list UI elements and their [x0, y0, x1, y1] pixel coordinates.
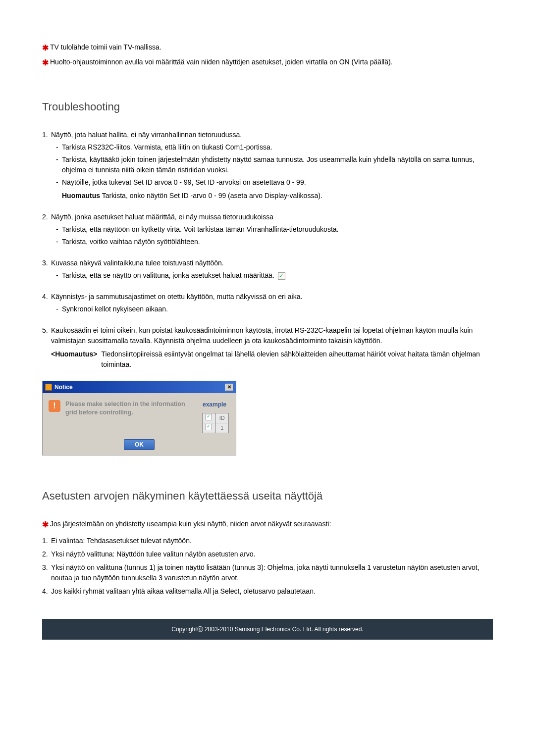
ok-button[interactable]: OK — [124, 439, 155, 450]
item-text: Ei valintaa: Tehdasasetukset tulevat näy… — [51, 537, 192, 545]
t-item-3: Kuvassa näkyvä valintaikkuna tulee toist… — [42, 258, 493, 281]
dialog-titlebar: Notice ✕ — [43, 381, 236, 393]
checkbox-icon — [206, 424, 212, 430]
sub-text: Tarkista, että se näyttö on valittuna, j… — [62, 271, 274, 279]
dialog-title: Notice — [54, 383, 73, 392]
close-icon[interactable]: ✕ — [225, 384, 233, 391]
note-item: ✱ Jos järjestelmään on yhdistetty useamp… — [42, 519, 493, 531]
dialog-body: ! Please make selection in the informati… — [43, 393, 236, 437]
dialog-message: Please make selection in the information… — [65, 400, 194, 417]
note-text: TV tulolähde toimii vain TV-mallissa. — [50, 42, 493, 54]
example-id-value: 1 — [215, 423, 229, 433]
sub-item: Tarkista, voitko vaihtaa näytön syöttölä… — [51, 237, 493, 247]
huom-text: Tiedonsiirtopiireissä esiintyvät ongelma… — [101, 349, 493, 370]
sub-item: Näytöille, jotka tukevat Set ID arvoa 0 … — [51, 177, 493, 188]
example-table: ID 1 — [202, 413, 229, 433]
star-icon: ✱ — [42, 519, 49, 531]
item-main: Kuvassa näkyvä valintaikkuna tulee toist… — [51, 259, 224, 267]
note-item: ✱ TV tulolähde toimii vain TV-mallissa. — [42, 42, 493, 54]
checkbox-icon — [206, 414, 212, 420]
footer-copyright: Copyrightⓒ 2003-2010 Samsung Electronics… — [42, 619, 493, 640]
t-item-2: Näyttö, jonka asetukset haluat määrittää… — [42, 212, 493, 247]
sub-item: Tarkista RS232C-liitos. Varmista, että l… — [51, 142, 493, 152]
dialog-app-icon — [45, 384, 52, 391]
troubleshooting-section: Troubleshooting Näyttö, jota haluat hall… — [42, 99, 493, 455]
sub-note: Huomautus Tarkista, onko näytön Set ID -… — [51, 191, 493, 201]
section-heading: Troubleshooting — [42, 99, 493, 115]
item-text: Yksi näyttö on valittuna (tunnus 1) ja t… — [51, 563, 480, 582]
alert-icon: ! — [49, 400, 60, 412]
huom-label: Huomautus — [62, 192, 100, 200]
sub-item: Tarkista, että näyttöön on kytketty virt… — [51, 224, 493, 235]
sub-item: Tarkista, käyttääkö jokin toinen järjest… — [51, 154, 493, 175]
item-main: Näyttö, jonka asetukset haluat määrittää… — [51, 213, 273, 221]
star-icon: ✱ — [42, 57, 49, 69]
star-icon: ✱ — [42, 42, 49, 54]
note-text: Jos järjestelmään on yhdistetty useampia… — [50, 519, 493, 531]
example-label: example — [199, 400, 230, 409]
t-item-4: Käynnistys- ja sammutusajastimet on otet… — [42, 292, 493, 314]
example-check-cell — [203, 423, 216, 433]
list-item: Jos kaikki ryhmät valitaan yhtä aikaa va… — [42, 586, 493, 597]
example-check-cell — [203, 413, 216, 423]
section-heading: Asetusten arvojen näkyminen käytettäessä… — [42, 488, 493, 504]
item-text: Yksi näyttö valittuna: Näyttöön tulee va… — [51, 550, 255, 558]
checkbox-icon — [278, 272, 285, 280]
notice-dialog: Notice ✕ ! Please make selection in the … — [42, 381, 236, 455]
t-item-5: Kaukosäädin ei toimi oikein, kun poistat… — [42, 325, 493, 370]
huom-text: Tarkista, onko näytön Set ID -arvo 0 - 9… — [102, 192, 322, 200]
item-main: Käynnistys- ja sammutusajastimet on otet… — [51, 293, 302, 301]
note-text: Huolto-ohjaustoiminnon avulla voi määrit… — [50, 57, 493, 69]
huom-label: <Huomautus> — [51, 349, 97, 370]
t-item-1: Näyttö, jota haluat hallita, ei näy virr… — [42, 130, 493, 201]
example-box: example ID 1 — [199, 400, 230, 433]
huom-row: <Huomautus> Tiedonsiirtopiireissä esiint… — [51, 349, 493, 370]
list-item: Yksi näyttö on valittuna (tunnus 1) ja t… — [42, 562, 493, 583]
example-id-header: ID — [215, 413, 229, 423]
list-item: Yksi näyttö valittuna: Näyttöön tulee va… — [42, 549, 493, 559]
notice-dialog-image: Notice ✕ ! Please make selection in the … — [42, 381, 493, 455]
item-main: Näyttö, jota haluat hallita, ei näy virr… — [51, 131, 242, 139]
sub-item: Synkronoi kellot nykyiseen aikaan. — [51, 304, 493, 314]
multi-display-section: Asetusten arvojen näkyminen käytettäessä… — [42, 488, 493, 597]
note-item: ✱ Huolto-ohjaustoiminnon avulla voi määr… — [42, 57, 493, 69]
item-text: Jos kaikki ryhmät valitaan yhtä aikaa va… — [51, 587, 316, 595]
sub-item: Tarkista, että se näyttö on valittuna, j… — [51, 270, 493, 281]
top-notes: ✱ TV tulolähde toimii vain TV-mallissa. … — [42, 42, 493, 69]
list-item: Ei valintaa: Tehdasasetukset tulevat näy… — [42, 536, 493, 546]
item-main: Kaukosäädin ei toimi oikein, kun poistat… — [51, 326, 473, 345]
